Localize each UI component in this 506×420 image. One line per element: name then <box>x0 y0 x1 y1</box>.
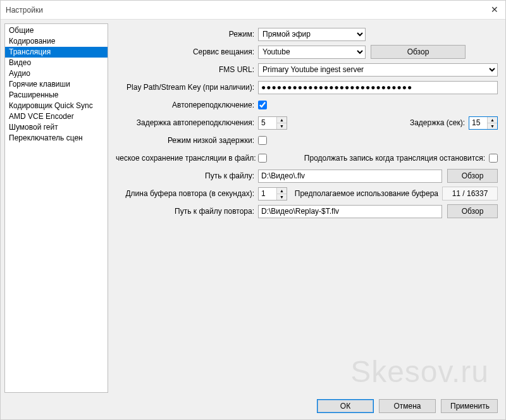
apply-button[interactable]: Применить <box>441 399 498 413</box>
keep-recording-checkbox[interactable] <box>489 154 498 163</box>
file-path-label: Путь к файлу: <box>116 171 258 180</box>
sidebar-item-encoding[interactable]: Кодирование <box>5 36 108 47</box>
delay-sec-spinner[interactable]: ▲▼ <box>469 116 498 130</box>
window-title: Настройки <box>6 6 43 15</box>
sidebar-item-general[interactable]: Общие <box>5 25 108 36</box>
buffer-estimate-value: 11 / 16337 <box>442 187 498 201</box>
replay-path-label: Путь к файлу повтора: <box>116 207 258 216</box>
spinner-down-icon[interactable]: ▼ <box>488 123 497 129</box>
sidebar: Общие Кодирование Трансляция Видео Аудио… <box>4 23 108 393</box>
file-path-input[interactable] <box>258 170 442 183</box>
body: Общие Кодирование Трансляция Видео Аудио… <box>1 20 505 397</box>
sidebar-item-audio[interactable]: Аудио <box>5 68 108 79</box>
spinner-up-icon[interactable]: ▲ <box>277 188 287 194</box>
save-to-file-checkbox[interactable] <box>258 154 267 163</box>
fms-url-label: FMS URL: <box>116 65 258 74</box>
stream-key-input[interactable] <box>258 81 498 94</box>
auto-reconnect-checkbox[interactable] <box>258 101 267 109</box>
footer: ОК Отмена Применить <box>1 397 505 419</box>
delay-sec-label: Задержка (сек): <box>410 118 469 127</box>
cancel-button[interactable]: Отмена <box>379 399 436 413</box>
sidebar-item-advanced[interactable]: Расширенные <box>5 90 108 101</box>
sidebar-item-hotkeys[interactable]: Горячие клавиши <box>5 79 108 90</box>
replay-path-browse-button[interactable]: Обзор <box>447 204 498 218</box>
low-latency-label: Режим низкой задержки: <box>116 136 258 145</box>
watermark: Skesov.ru <box>350 354 489 389</box>
sidebar-item-amd-vce[interactable]: AMD VCE Encoder <box>5 111 108 122</box>
replay-buffer-len-spinner[interactable]: ▲▼ <box>258 187 287 201</box>
mode-label: Режим: <box>116 30 258 39</box>
save-to-file-label: ческое сохранение трансляции в файл: <box>116 154 258 163</box>
file-path-browse-button[interactable]: Обзор <box>447 169 498 183</box>
fms-url-select[interactable]: Primary Youtube ingest server <box>258 63 498 77</box>
sidebar-item-quicksync[interactable]: Кодировщик Quick Sync <box>5 101 108 111</box>
service-label: Сервис вещания: <box>116 47 258 56</box>
spinner-down-icon[interactable]: ▼ <box>277 194 287 200</box>
sidebar-item-noise-gate[interactable]: Шумовой гейт <box>5 122 108 133</box>
auto-reconnect-label: Автопереподключение: <box>116 101 258 109</box>
keep-recording-label: Продолжать запись когда трансляция остан… <box>304 154 489 163</box>
reconnect-delay-input[interactable] <box>259 117 276 129</box>
delay-sec-input[interactable] <box>469 117 487 129</box>
buffer-estimate-label: Предполагаемое использование буфера <box>295 189 442 198</box>
replay-path-input[interactable] <box>258 205 442 218</box>
ok-button[interactable]: ОК <box>317 399 374 413</box>
content-panel: Режим: Прямой эфир Сервис вещания: Youtu… <box>112 23 502 393</box>
settings-window: Настройки ✕ Общие Кодирование Трансляция… <box>0 0 506 420</box>
reconnect-delay-spinner[interactable]: ▲▼ <box>258 116 287 130</box>
sidebar-item-scene-switcher[interactable]: Переключатель сцен <box>5 133 108 144</box>
spinner-up-icon[interactable]: ▲ <box>277 117 287 123</box>
service-select[interactable]: Youtube <box>258 46 366 59</box>
mode-select[interactable]: Прямой эфир <box>258 28 366 41</box>
close-button[interactable]: ✕ <box>488 3 502 17</box>
reconnect-delay-label: Задержка автопереподключения: <box>116 118 258 127</box>
titlebar: Настройки ✕ <box>1 1 505 20</box>
spinner-up-icon[interactable]: ▲ <box>488 117 497 123</box>
replay-buffer-len-input[interactable] <box>259 188 276 200</box>
stream-key-label: Play Path/Stream Key (при наличии): <box>116 83 258 92</box>
sidebar-item-broadcast[interactable]: Трансляция <box>5 47 108 58</box>
spinner-down-icon[interactable]: ▼ <box>277 123 287 129</box>
low-latency-checkbox[interactable] <box>258 136 267 145</box>
replay-buffer-len-label: Длина буфера повтора (в секундах): <box>116 189 258 198</box>
service-browse-button[interactable]: Обзор <box>371 45 466 59</box>
sidebar-item-video[interactable]: Видео <box>5 58 108 68</box>
